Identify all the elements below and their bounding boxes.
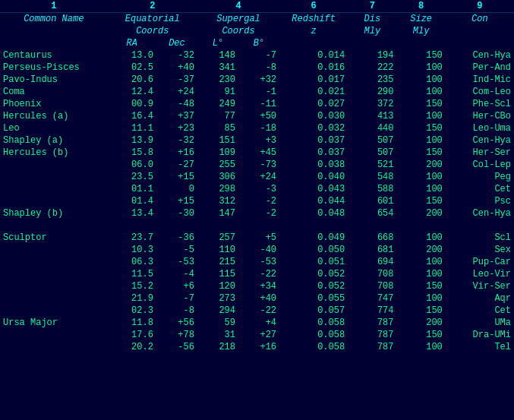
cell-25-8: Tel: [446, 341, 514, 353]
cell-19-4: -22: [238, 268, 279, 280]
cell-2-4: +32: [238, 74, 279, 86]
cell-17-7: 200: [396, 244, 445, 256]
cell-1-3: 341: [197, 62, 238, 74]
cell-13-3: 147: [197, 207, 238, 219]
cell-2-1: 20.6: [108, 74, 156, 86]
subheader2-col-0: [0, 25, 108, 37]
subheader-col-3: Redshift: [279, 13, 348, 26]
table-row: 01.4+15312-20.044601150Psc: [0, 195, 514, 207]
subheader2-col-2: Coords: [197, 25, 279, 37]
cell-8-5: 0.037: [279, 147, 348, 159]
cell-13-6: 654: [348, 207, 396, 219]
cell-24-4: +27: [238, 329, 279, 341]
subheader3-col-4: B°: [238, 37, 279, 49]
cell-7-3: 151: [197, 134, 238, 147]
cell-10-1: 23.5: [108, 171, 156, 183]
cell-16-7: 100: [396, 232, 445, 244]
cell-22-4: -22: [238, 305, 279, 317]
cell-16-5: 0.049: [279, 232, 348, 244]
table-row: 11.5-4115-220.052708100Leo-Vir: [0, 268, 514, 280]
cell-16-0: Sculptor: [0, 232, 108, 244]
cell-9-4: -73: [238, 159, 279, 171]
cell-23-1: 11.8: [108, 317, 156, 329]
cell-12-4: -2: [238, 195, 279, 207]
cell-19-8: Leo-Vir: [446, 268, 514, 280]
cell-17-6: 681: [348, 244, 396, 256]
cell-16-1: 23.7: [108, 232, 156, 244]
cell-24-5: 0.058: [279, 329, 348, 341]
cell-9-6: 521: [348, 159, 396, 171]
cell-10-7: 100: [396, 171, 445, 183]
cell-1-4: -8: [238, 62, 279, 74]
subheader2-col-6: [446, 25, 514, 37]
cell-23-3: 59: [197, 317, 238, 329]
cell-25-1: 20.2: [108, 341, 156, 353]
cell-5-7: 100: [396, 110, 445, 122]
cell-22-2: -8: [156, 305, 197, 317]
cell-8-1: 15.8: [108, 147, 156, 159]
table-row: 10.3-5110-400.050681200Sex: [0, 244, 514, 256]
cell-5-2: +37: [156, 110, 197, 122]
cell-3-2: +24: [156, 86, 197, 98]
cell-8-6: 507: [348, 147, 396, 159]
cell-13-2: -30: [156, 207, 197, 219]
cell-7-5: 0.037: [279, 134, 348, 147]
cell-17-4: -40: [238, 244, 279, 256]
subheader2-col-5: Mly: [396, 25, 445, 37]
cell-24-0: [0, 329, 108, 341]
cell-11-2: 0: [156, 183, 197, 195]
subheader3-col-3: L°: [197, 37, 238, 49]
cell-19-2: -4: [156, 268, 197, 280]
cell-1-1: 02.5: [108, 62, 156, 74]
cell-23-4: +4: [238, 317, 279, 329]
cell-25-0: [0, 341, 108, 353]
cell-6-1: 11.1: [108, 122, 156, 134]
cell-4-3: 249: [197, 98, 238, 110]
subheader-col-6: Con: [446, 13, 514, 26]
cell-5-6: 413: [348, 110, 396, 122]
cell-25-5: 0.058: [279, 341, 348, 353]
cell-20-0: [0, 280, 108, 292]
cell-1-6: 222: [348, 62, 396, 74]
subheader3-col-0: [0, 37, 108, 49]
cell-17-8: Sex: [446, 244, 514, 256]
col-number-2: 2: [108, 0, 197, 13]
cell-18-6: 694: [348, 256, 396, 268]
cell-11-1: 01.1: [108, 183, 156, 195]
cell-17-1: 10.3: [108, 244, 156, 256]
cell-13-0: Shapley (b): [0, 207, 108, 219]
cell-21-4: +40: [238, 292, 279, 305]
table-row: Hercules (b)15.8+16109+450.037507150Her-…: [0, 147, 514, 159]
cell-12-0: [0, 195, 108, 207]
cell-6-0: Leo: [0, 122, 108, 134]
col-number-8: 8: [396, 0, 445, 13]
cell-24-2: +78: [156, 329, 197, 341]
cell-1-5: 0.016: [279, 62, 348, 74]
table-row: Sculptor23.7-36257+50.049668100Scl: [0, 232, 514, 244]
cell-22-1: 02.3: [108, 305, 156, 317]
cell-23-8: UMa: [446, 317, 514, 329]
cell-2-8: Ind-Mic: [446, 74, 514, 86]
cell-23-2: +56: [156, 317, 197, 329]
cell-9-0: [0, 159, 108, 171]
cell-6-6: 440: [348, 122, 396, 134]
cell-18-1: 06.3: [108, 256, 156, 268]
cell-0-3: 148: [197, 49, 238, 62]
cell-10-3: 306: [197, 171, 238, 183]
cell-0-5: 0.014: [279, 49, 348, 62]
table-row: 21.9-7273+400.055747100Aqr: [0, 292, 514, 305]
cell-4-8: Phe-Scl: [446, 98, 514, 110]
cell-10-8: Peg: [446, 171, 514, 183]
cell-21-7: 100: [396, 292, 445, 305]
cell-25-3: 218: [197, 341, 238, 353]
cell-5-5: 0.030: [279, 110, 348, 122]
cell-25-6: 787: [348, 341, 396, 353]
cell-4-1: 00.9: [108, 98, 156, 110]
subheader3-col-2: Dec: [156, 37, 197, 49]
cell-11-6: 588: [348, 183, 396, 195]
cell-11-3: 298: [197, 183, 238, 195]
col-number-9: 9: [446, 0, 514, 13]
cell-18-0: [0, 256, 108, 268]
cell-18-7: 100: [396, 256, 445, 268]
cell-4-4: -11: [238, 98, 279, 110]
